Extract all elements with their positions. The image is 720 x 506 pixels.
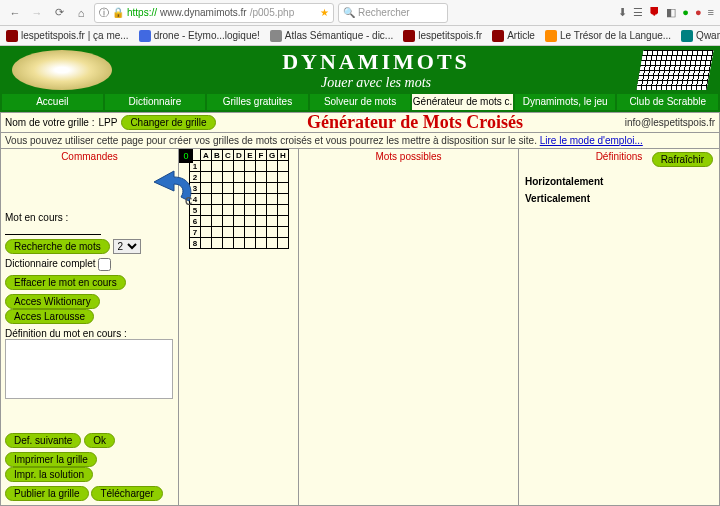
grid-cell[interactable] [245,161,256,172]
grid-cell[interactable] [201,172,212,183]
grid-cell[interactable] [234,183,245,194]
grid-cell[interactable] [201,227,212,238]
grid-cell[interactable] [223,238,234,249]
grid-cell[interactable] [256,227,267,238]
grid-cell[interactable] [245,238,256,249]
grid-cell[interactable] [278,216,289,227]
help-link[interactable]: Lire le mode d'emploi... [540,135,643,146]
search-bar[interactable]: 🔍 Rechercher [338,3,448,23]
wiktionary-button[interactable]: Acces Wiktionary [5,294,100,309]
grid-cell[interactable] [212,238,223,249]
grid-cell[interactable] [278,161,289,172]
larousse-button[interactable]: Acces Larousse [5,309,94,324]
grid-cell[interactable] [267,238,278,249]
nav-tab[interactable]: Dictionnaire [105,94,206,110]
grid-cell[interactable] [223,172,234,183]
definition-textarea[interactable] [5,339,173,399]
grid-cell[interactable] [245,172,256,183]
crossword-grid[interactable]: ABCDEFGH12345678 [189,149,289,249]
grid-cell[interactable] [212,205,223,216]
url-bar[interactable]: ⓘ 🔒 https://www.dynamimots.fr/p005.php ★ [94,3,334,23]
back-button[interactable]: ← [6,4,24,22]
download-button[interactable]: Télécharger [91,486,162,501]
library-icon[interactable]: ☰ [633,6,643,19]
current-word-input[interactable] [5,223,101,235]
grid-cell[interactable] [256,183,267,194]
grid-cell[interactable] [256,238,267,249]
grid-cell[interactable] [234,238,245,249]
grid-cell[interactable] [278,172,289,183]
change-grid-button[interactable]: Changer de grille [121,115,215,130]
grid-cell[interactable] [256,194,267,205]
grid-cell[interactable] [245,183,256,194]
grid-cell[interactable] [212,216,223,227]
grid-cell[interactable] [267,161,278,172]
grid-cell[interactable] [245,216,256,227]
nav-tab[interactable]: Club de Scrabble [617,94,718,110]
grid-cell[interactable] [223,227,234,238]
grid-cell[interactable] [212,183,223,194]
sidebar-icon[interactable]: ◧ [666,6,676,19]
search-words-button[interactable]: Recherche de mots [5,239,110,254]
grid-cell[interactable] [256,205,267,216]
grid-cell[interactable] [223,216,234,227]
grid-cell[interactable] [267,216,278,227]
menu-icon[interactable]: ≡ [708,6,714,19]
grid-cell[interactable] [212,161,223,172]
refresh-button[interactable]: Rafraîchir [652,152,713,167]
home-button[interactable]: ⌂ [72,4,90,22]
grid-cell[interactable] [245,194,256,205]
grid-cell[interactable] [267,183,278,194]
grid-cell[interactable] [212,194,223,205]
grid-cell[interactable] [223,205,234,216]
grid-cell[interactable] [267,227,278,238]
full-dict-checkbox[interactable] [98,258,111,271]
bookmark-item[interactable]: lespetitspois.fr [403,30,482,42]
grid-cell[interactable] [234,216,245,227]
grid-cell[interactable] [223,194,234,205]
print-solution-button[interactable]: Impr. la solution [5,467,93,482]
nav-tab[interactable]: Dynamimots, le jeu [515,94,616,110]
ext-icon-2[interactable]: ● [695,6,702,19]
undo-icon[interactable]: C [139,169,199,209]
grid-cell[interactable] [278,205,289,216]
bookmark-item[interactable]: Article [492,30,535,42]
next-def-button[interactable]: Def. suivante [5,433,81,448]
erase-word-button[interactable]: Effacer le mot en cours [5,275,126,290]
bookmark-item[interactable]: Le Trésor de la Langue... [545,30,671,42]
grid-cell[interactable] [256,161,267,172]
grid-cell[interactable] [212,227,223,238]
grid-cell[interactable] [212,172,223,183]
grid-cell[interactable] [201,194,212,205]
grid-cell[interactable] [267,205,278,216]
grid-cell[interactable] [234,172,245,183]
nav-tab[interactable]: Générateur de mots c. [412,94,513,110]
nav-tab[interactable]: Grilles gratuites [207,94,308,110]
adblock-icon[interactable]: ⛊ [649,6,660,19]
bookmark-item[interactable]: Atlas Sémantique - dic... [270,30,393,42]
ok-button[interactable]: Ok [84,433,115,448]
grid-cell[interactable] [201,238,212,249]
publish-grid-button[interactable]: Publier la grille [5,486,89,501]
bookmark-item[interactable]: drone - Etymo...logique! [139,30,260,42]
print-grid-button[interactable]: Imprimer la grille [5,452,97,467]
download-icon[interactable]: ⬇ [618,6,627,19]
info-icon[interactable]: ⓘ [99,6,109,20]
ext-icon-1[interactable]: ● [682,6,689,19]
grid-cell[interactable] [223,161,234,172]
reload-button[interactable]: ⟳ [50,4,68,22]
grid-cell[interactable] [201,161,212,172]
grid-cell[interactable] [245,227,256,238]
grid-cell[interactable] [245,205,256,216]
grid-cell[interactable] [234,161,245,172]
bookmark-item[interactable]: Qwant [681,30,720,42]
grid-cell[interactable] [278,183,289,194]
grid-cell[interactable] [278,194,289,205]
nav-tab[interactable]: Solveur de mots croisés [310,94,411,110]
star-icon[interactable]: ★ [320,7,329,18]
grid-cell[interactable] [267,172,278,183]
contact-email[interactable]: info@lespetitspois.fr [599,117,719,128]
grid-cell[interactable] [278,227,289,238]
nav-tab[interactable]: Accueil [2,94,103,110]
grid-cell[interactable] [234,194,245,205]
